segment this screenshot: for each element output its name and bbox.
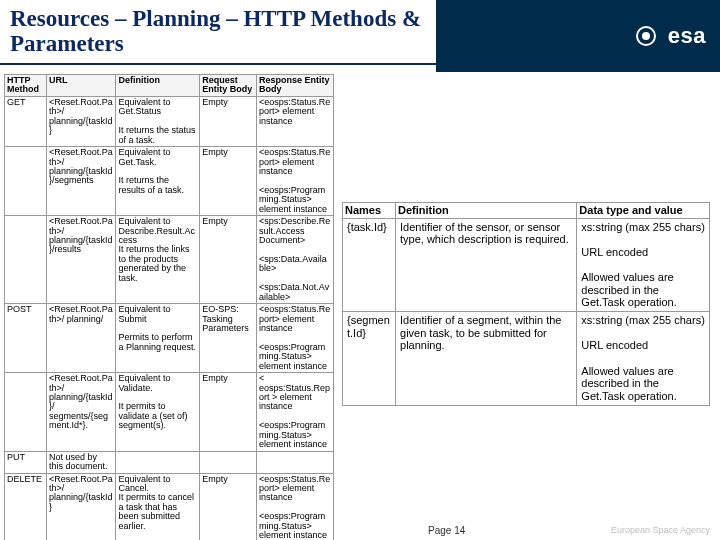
svg-point-1 [642,32,650,40]
th-res: Response Entity Body [257,75,334,97]
th-names: Names [343,203,396,219]
param-table-container: Names Definition Data type and value {ta… [338,72,720,518]
table-row: {task.Id}Identifier of the sensor, or se… [343,218,710,311]
page-title: Resources – Planning – HTTP Methods & Pa… [0,0,436,65]
cell-request: Empty [200,96,257,146]
th-method: HTTP Method [5,75,47,97]
cell-pdef: Identifier of a segment, within the give… [396,312,577,405]
esa-logo-text: esa [668,23,706,49]
table-row: GET<Reset.Root.Path>/ planning/{taskId}E… [5,96,334,146]
cell-method [5,373,47,452]
th-ptype: Data type and value [577,203,710,219]
cell-definition: Equivalent to Validate. It permits to va… [116,373,200,452]
cell-url: <Reset.Root.Path>/ planning/{taskId}/res… [47,216,116,304]
cell-url: Not used by this document. [47,451,116,473]
cell-pdef: Identifier of the sensor, or sensor type… [396,218,577,311]
table-row: Names Definition Data type and value [343,203,710,219]
table-row: {segment.Id}Identifier of a segment, wit… [343,312,710,405]
table-row: <Reset.Root.Path>/ planning/{taskId}/ se… [5,373,334,452]
cell-definition: Equivalent to Submit Permits to perform … [116,304,200,373]
cell-request: Empty [200,216,257,304]
esa-icon [630,20,662,52]
cell-response: <eosps:Status.Report> element instance <… [257,147,334,216]
table-row: HTTP Method URL Definition Request Entit… [5,75,334,97]
header-band: esa [436,0,720,72]
esa-logo: esa [630,20,706,52]
table-row: <Reset.Root.Path>/ planning/{taskId}/res… [5,216,334,304]
cell-name: {segment.Id} [343,312,396,405]
table-row: POST<Reset.Root.Path>/ planning/Equivale… [5,304,334,373]
cell-response: < eosps:Status.Report > element instance… [257,373,334,452]
main-table-container: HTTP Method URL Definition Request Entit… [0,72,338,518]
cell-definition: Equivalent to Get.Task. It returns the r… [116,147,200,216]
cell-url: <Reset.Root.Path>/ planning/{taskId}/seg… [47,147,116,216]
th-def: Definition [116,75,200,97]
cell-method: PUT [5,451,47,473]
cell-ptype: xs:string (max 255 chars) URL encoded Al… [577,218,710,311]
agency-label: European Space Agency [611,525,710,535]
cell-method: POST [5,304,47,373]
cell-definition [116,451,200,473]
cell-request: Empty [200,373,257,452]
th-pdef: Definition [396,203,577,219]
cell-response [257,451,334,473]
http-methods-table: HTTP Method URL Definition Request Entit… [4,74,334,540]
cell-definition: Equivalent to Describe.Result.Access It … [116,216,200,304]
cell-ptype: xs:string (max 255 chars) URL encoded Al… [577,312,710,405]
cell-response: <sps:Describe.Result.Access Document> <s… [257,216,334,304]
cell-url: <Reset.Root.Path>/ planning/ [47,304,116,373]
cell-method [5,147,47,216]
table-row: <Reset.Root.Path>/ planning/{taskId}/seg… [5,147,334,216]
footer: European Space Agency [0,520,720,540]
cell-method [5,216,47,304]
cell-request: EO-SPS: Tasking Parameters [200,304,257,373]
cell-method: GET [5,96,47,146]
cell-definition: Equivalent to Get.Status It returns the … [116,96,200,146]
table-row: PUTNot used by this document. [5,451,334,473]
parameters-table: Names Definition Data type and value {ta… [342,202,710,406]
cell-url: <Reset.Root.Path>/ planning/{taskId} [47,96,116,146]
body: HTTP Method URL Definition Request Entit… [0,72,720,518]
cell-request: Empty [200,147,257,216]
cell-url: <Reset.Root.Path>/ planning/{taskId}/ se… [47,373,116,452]
cell-response: <eosps:Status.Report> element instance [257,96,334,146]
th-url: URL [47,75,116,97]
cell-response: <eosps:Status.Report> element instance <… [257,304,334,373]
cell-request [200,451,257,473]
slide: Resources – Planning – HTTP Methods & Pa… [0,0,720,540]
th-req: Request Entity Body [200,75,257,97]
cell-name: {task.Id} [343,218,396,311]
header: Resources – Planning – HTTP Methods & Pa… [0,0,720,72]
